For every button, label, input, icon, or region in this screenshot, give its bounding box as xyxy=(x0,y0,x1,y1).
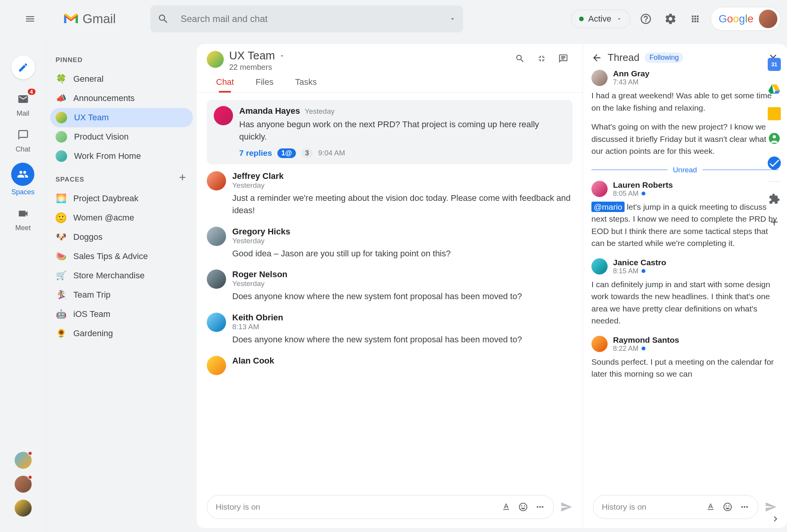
sidebar-item-label: Work From Home xyxy=(74,151,141,161)
format-icon[interactable] xyxy=(501,502,511,512)
message-row[interactable]: Keith Obrien8:13 AMDoes anyone know wher… xyxy=(207,313,573,346)
tab-chat[interactable]: Chat xyxy=(216,77,234,93)
thread-message[interactable]: Ann Gray7:43 AM I had a great weekend! W… xyxy=(591,69,779,157)
sidebar-item-ios[interactable]: 🤖iOS Team xyxy=(50,305,193,324)
chat-subtitle: 22 members xyxy=(229,63,285,72)
robot-icon: 🤖 xyxy=(56,309,66,319)
sidebar-item-gardening[interactable]: 🌻Gardening xyxy=(50,324,193,343)
sidebar-item-label: Team Trip xyxy=(73,290,111,300)
thread-text: Sounds perfect. I put a meeting on the c… xyxy=(591,356,779,380)
sidebar-item-product-vision[interactable]: Product Vision xyxy=(50,127,193,146)
sidebar-item-doggos[interactable]: 🐶Doggos xyxy=(50,227,193,247)
chat-search-button[interactable] xyxy=(511,49,529,68)
compose-input[interactable]: History is on xyxy=(207,495,554,519)
contacts-app-icon[interactable] xyxy=(768,132,781,145)
add-space-button[interactable] xyxy=(177,172,187,182)
format-icon[interactable] xyxy=(706,502,716,512)
mail-icon xyxy=(17,93,29,105)
chat-title[interactable]: UX Team xyxy=(229,49,285,62)
rail-avatar-2[interactable] xyxy=(15,476,32,493)
tab-files[interactable]: Files xyxy=(255,77,273,93)
tab-tasks[interactable]: Tasks xyxy=(295,77,317,93)
message-row[interactable]: Gregory HicksYesterdayGood idea – Jason … xyxy=(207,227,573,260)
mention-tag[interactable]: @mario xyxy=(591,202,625,212)
back-button[interactable] xyxy=(591,52,602,63)
following-chip[interactable]: Following xyxy=(645,52,683,63)
message-row[interactable]: Amanda HayesYesteday Has anyone begun wo… xyxy=(207,100,573,164)
rail-chat[interactable]: Chat xyxy=(12,127,35,153)
account-chip[interactable]: Google xyxy=(711,7,781,31)
more-icon[interactable] xyxy=(535,502,545,512)
user-avatar xyxy=(591,181,608,197)
collapse-button[interactable] xyxy=(532,49,551,68)
menu-button[interactable] xyxy=(21,10,39,28)
hamburger-icon xyxy=(25,13,35,24)
sidebar-item-general[interactable]: 🍀General xyxy=(50,69,193,89)
send-button[interactable] xyxy=(765,501,777,513)
help-button[interactable] xyxy=(637,10,655,28)
unread-dot-icon xyxy=(642,347,645,350)
emoji-icon[interactable] xyxy=(518,502,528,512)
notification-dot-icon xyxy=(28,451,32,456)
tasks-app-icon[interactable] xyxy=(768,157,781,170)
sidebar-item-store[interactable]: 🛒Store Merchandise xyxy=(50,266,193,285)
sidebar-item-sales[interactable]: 🍉Sales Tips & Advice xyxy=(50,247,193,266)
thread-message[interactable]: Janice Castro8:15 AM I can definitely ju… xyxy=(591,258,779,327)
settings-button[interactable] xyxy=(661,10,680,28)
unread-divider: Unread xyxy=(591,166,779,174)
emoji-icon[interactable] xyxy=(723,502,733,512)
megaphone-icon: 📣 xyxy=(56,93,66,103)
apps-button[interactable] xyxy=(686,10,704,28)
thread-message[interactable]: Lauren Roberts8:05 AM @mario let's jump … xyxy=(591,180,779,249)
thread-compose-area: History is on xyxy=(583,490,787,528)
rail-spaces[interactable]: Spaces xyxy=(11,163,34,196)
user-avatar xyxy=(591,258,608,274)
rail-meet[interactable]: Meet xyxy=(12,205,35,232)
search-options-icon[interactable] xyxy=(449,15,456,22)
message-row[interactable]: Jeffrey ClarkYesterdayJust a reminder we… xyxy=(207,171,573,217)
send-button[interactable] xyxy=(560,501,573,513)
collapse-icon xyxy=(537,54,547,64)
sidebar-item-ux-team[interactable]: UX Team xyxy=(50,108,193,127)
left-rail: 4 Mail Chat Spaces Meet xyxy=(0,0,46,532)
thread-compose-input[interactable]: History is on xyxy=(593,495,758,519)
sidebar-item-trip[interactable]: 🏂Team Trip xyxy=(50,285,193,305)
reply-summary[interactable]: 7 replies 1@ 3 9:04 AM xyxy=(239,148,566,158)
keep-app-icon[interactable] xyxy=(768,107,781,120)
message-row[interactable]: Roger NelsonYesterdayDoes anyone know wh… xyxy=(207,269,573,303)
rail-avatar-1[interactable] xyxy=(15,452,32,469)
sidebar-item-announcements[interactable]: 📣Announcements xyxy=(50,89,193,108)
compose-placeholder: History is on xyxy=(602,502,706,512)
collapse-right-rail-icon[interactable] xyxy=(770,513,781,524)
more-icon[interactable] xyxy=(740,502,750,512)
rail-mail[interactable]: 4 Mail xyxy=(12,91,35,118)
status-chip[interactable]: Active xyxy=(571,10,630,28)
message-text: Has anyone begun work on the next PRD? T… xyxy=(239,118,566,143)
compose-button[interactable] xyxy=(11,56,35,79)
thread-text: What's going on with the new project? I … xyxy=(591,121,779,157)
sidebar-item-wfh[interactable]: Work From Home xyxy=(50,146,193,166)
drive-app-icon[interactable] xyxy=(768,82,781,96)
thread-list-button[interactable] xyxy=(554,49,573,68)
help-icon xyxy=(640,13,652,25)
rail-mail-label: Mail xyxy=(17,109,29,118)
calendar-app-icon[interactable]: 31 xyxy=(768,58,781,71)
thread-time: 7:43 AM xyxy=(613,78,650,86)
chat-header: UX Team 22 members xyxy=(197,44,583,72)
thread-message[interactable]: Raymond Santos8:22 AM Sounds perfect. I … xyxy=(591,335,779,380)
gmail-logo[interactable]: Gmail xyxy=(62,12,116,26)
snowboard-icon: 🏂 xyxy=(56,290,66,300)
profile-avatar[interactable] xyxy=(759,10,777,28)
message-row[interactable]: Alan Cook xyxy=(207,356,573,375)
thread-author: Raymond Santos xyxy=(613,335,679,345)
thread-panel: Thread Following Ann Gray7:43 AM I had a… xyxy=(583,44,787,528)
rail-avatar-3[interactable] xyxy=(15,500,32,517)
chat-space-avatar[interactable] xyxy=(207,51,224,68)
add-icon[interactable] xyxy=(768,216,780,228)
pencil-icon xyxy=(18,62,29,73)
sidebar-item-daybreak[interactable]: 🌅Project Daybreak xyxy=(50,189,193,208)
addons-icon[interactable] xyxy=(768,193,780,205)
search-input[interactable] xyxy=(181,13,449,24)
sidebar-item-women[interactable]: 🙂Women @acme xyxy=(50,208,193,227)
search-bar[interactable] xyxy=(150,5,463,32)
